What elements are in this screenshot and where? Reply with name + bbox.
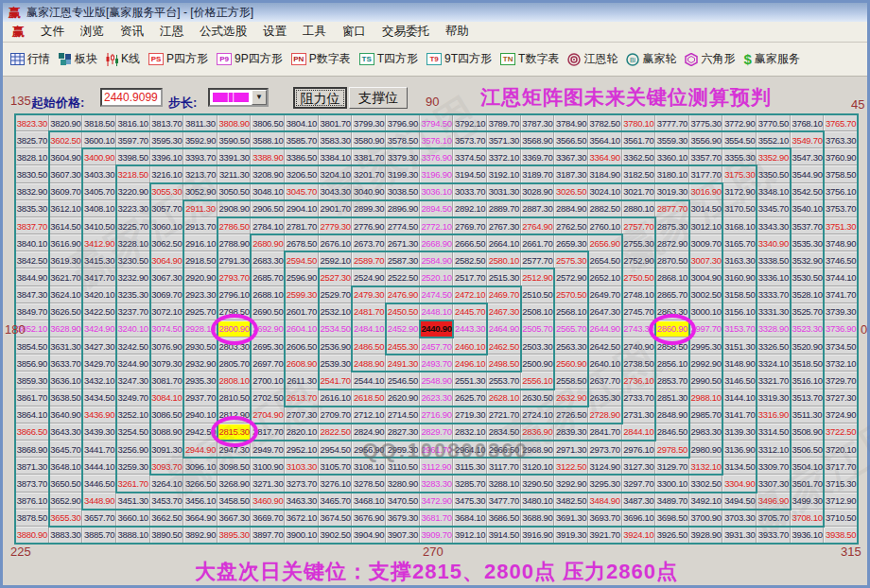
grid-cell: 3420.10 bbox=[82, 286, 116, 303]
toolbar-p-square[interactable]: PS P四方形 bbox=[148, 51, 208, 67]
toolbar-hexagon[interactable]: 六角形 bbox=[685, 51, 735, 67]
grid-cell: 3256.90 bbox=[116, 441, 150, 458]
grid-cell: 2695.30 bbox=[251, 337, 285, 355]
menu-gann[interactable]: 江恩 bbox=[160, 24, 183, 40]
grid-cell: 3876.10 bbox=[15, 493, 49, 510]
grid-cell: 2908.90 bbox=[218, 200, 252, 217]
grid-cell: 3204.10 bbox=[319, 165, 353, 182]
grid-cell: 3763.30 bbox=[824, 131, 858, 148]
grid-cell: 3168.10 bbox=[722, 217, 757, 234]
grid-cell: 3828.10 bbox=[15, 148, 49, 165]
grid-cell: 3864.10 bbox=[15, 406, 49, 424]
menu-window[interactable]: 窗口 bbox=[342, 24, 366, 40]
toolbar-t-number[interactable]: TN T数字表 bbox=[500, 51, 559, 67]
menu-formula-stock-pick[interactable]: 公式选股 bbox=[200, 24, 247, 40]
grid-cell: 2817.70 bbox=[251, 424, 285, 441]
grid-cell: 2664.10 bbox=[487, 234, 521, 251]
toolbar-t-square[interactable]: TS T四方形 bbox=[359, 51, 418, 67]
toolbar-label: 江恩轮 bbox=[583, 51, 618, 67]
grid-cell: 2870.50 bbox=[655, 251, 689, 268]
toolbar: 行情 板块 K线 PS P四方形 P9 9P四方形 PN P数字表 TS T四方… bbox=[3, 43, 867, 77]
grid-cell: 3465.70 bbox=[319, 493, 353, 510]
menu-news[interactable]: 资讯 bbox=[120, 24, 144, 40]
grid-cell: 2733.70 bbox=[622, 389, 656, 406]
kline-icon bbox=[106, 53, 118, 66]
grid-cell: 2594.50 bbox=[285, 251, 319, 268]
grid-cell: 2589.70 bbox=[352, 251, 386, 268]
grid-cell: 3739.30 bbox=[824, 303, 858, 320]
grid-cell: 2887.30 bbox=[521, 200, 555, 217]
grid-cell: 3268.90 bbox=[218, 475, 252, 492]
toolbar-winner-wheel[interactable]: Bi 赢家轮 bbox=[626, 51, 676, 67]
grid-cell: 3052.90 bbox=[183, 183, 218, 200]
toolbar-9p-square[interactable]: P9 9P四方形 bbox=[217, 51, 283, 67]
grid-cell: 3285.70 bbox=[453, 475, 487, 492]
toolbar-kline[interactable]: K线 bbox=[106, 51, 140, 67]
menu-help[interactable]: 帮助 bbox=[445, 24, 469, 40]
grid-cell: 3091.30 bbox=[150, 441, 184, 458]
grid-cell: 3304.90 bbox=[722, 475, 757, 492]
grid-cell: 2990.50 bbox=[689, 372, 723, 389]
menu-browse[interactable]: 浏览 bbox=[80, 24, 104, 40]
menu-settings[interactable]: 设置 bbox=[263, 24, 287, 40]
toolbar-sectors[interactable]: 板块 bbox=[59, 51, 97, 67]
grid-cell: 2959.30 bbox=[386, 441, 420, 458]
menu-tools[interactable]: 工具 bbox=[303, 24, 326, 40]
grid-cell: 3115.30 bbox=[453, 458, 487, 475]
resistance-button[interactable]: 阻力位 bbox=[293, 87, 347, 109]
grid-cell: 3676.90 bbox=[352, 510, 386, 527]
grid-cell: 3288.10 bbox=[487, 475, 521, 492]
grid-cell: 2620.90 bbox=[386, 389, 420, 406]
grid-cell: 3883.30 bbox=[49, 527, 83, 544]
grid-cell: 2510.50 bbox=[521, 286, 555, 303]
grid-cell: 3530.50 bbox=[791, 268, 825, 285]
grid-cell: 3662.50 bbox=[150, 510, 184, 527]
grid-cell: 3158.50 bbox=[722, 286, 757, 303]
grid-cell: 2769.70 bbox=[453, 217, 487, 234]
grid-cell: 2928.10 bbox=[183, 320, 218, 337]
grid-cell: 3012.10 bbox=[689, 217, 723, 234]
start-price-input[interactable] bbox=[100, 88, 163, 107]
toolbar-winner-service[interactable]: $ 赢家服务 bbox=[743, 51, 799, 67]
grid-cell: 3057.70 bbox=[150, 200, 184, 217]
grid-cell: 3132.10 bbox=[689, 458, 723, 475]
grid-cell: 2966.50 bbox=[487, 441, 521, 458]
menu-trade[interactable]: 交易委托 bbox=[382, 24, 429, 40]
chevron-down-icon[interactable]: ▼ bbox=[252, 90, 267, 105]
grid-cell: 2877.70 bbox=[655, 200, 689, 217]
grid-cell: 2880.10 bbox=[622, 200, 656, 217]
grid-cell: 3213.70 bbox=[183, 165, 218, 182]
toolbar-label: 赢家服务 bbox=[755, 51, 800, 67]
grid-cell: 2882.50 bbox=[588, 200, 622, 217]
grid-cell: 2532.10 bbox=[319, 303, 353, 320]
grid-cell: 3873.70 bbox=[15, 475, 49, 492]
9p-square-badge-icon: P9 bbox=[217, 53, 232, 65]
grid-cell: 3516.10 bbox=[791, 372, 825, 389]
grid-cell: 3350.50 bbox=[757, 165, 791, 182]
grid-cell: 3031.30 bbox=[487, 183, 521, 200]
grid-cell: 3633.70 bbox=[49, 355, 83, 372]
grid-cell: 3093.70 bbox=[150, 458, 184, 475]
grid-cell: 3799.30 bbox=[352, 114, 386, 131]
grid-cell: 2776.90 bbox=[352, 217, 386, 234]
grid-cell: 3712.90 bbox=[824, 493, 858, 510]
grid-cell: 3307.30 bbox=[757, 475, 791, 492]
toolbar-gann-wheel[interactable]: 江恩轮 bbox=[567, 51, 618, 67]
toolbar-p-number[interactable]: PN P数字表 bbox=[291, 51, 351, 67]
grid-cell: 3134.50 bbox=[722, 458, 757, 475]
toolbar-quotes[interactable]: 行情 bbox=[10, 51, 50, 67]
angle-label-90: 90 bbox=[426, 95, 439, 109]
support-button[interactable]: 支撑位 bbox=[349, 87, 408, 109]
grid-cell: 3319.30 bbox=[757, 389, 791, 406]
grid-cell: 3405.70 bbox=[82, 183, 116, 200]
menu-file[interactable]: 文件 bbox=[41, 24, 64, 40]
grid-cell: 2743.30 bbox=[622, 320, 656, 337]
grid-cell: 2748.10 bbox=[622, 286, 656, 303]
grid-cell: 2474.50 bbox=[420, 286, 454, 303]
toolbar-9t-square[interactable]: T9 9T四方形 bbox=[426, 51, 492, 67]
grid-cell: 3590.50 bbox=[218, 131, 252, 148]
grid-cell: 3136.90 bbox=[722, 441, 757, 458]
step-dropdown[interactable]: ▼ bbox=[208, 88, 269, 107]
grid-cell: 2846.50 bbox=[655, 424, 689, 441]
grid-cell: 3355.30 bbox=[722, 148, 757, 165]
